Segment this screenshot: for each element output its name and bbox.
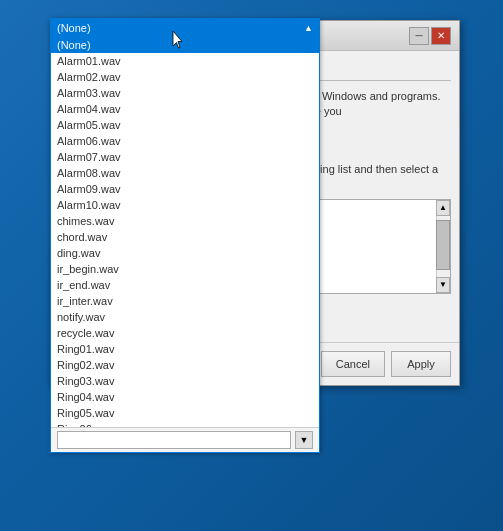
close-button[interactable]: ✕ (431, 27, 451, 45)
dropdown-selected-input[interactable] (57, 431, 291, 449)
dropdown-item[interactable]: notify.wav (51, 309, 319, 325)
dropdown-item[interactable]: Alarm02.wav (51, 69, 319, 85)
dropdown-item[interactable]: ding.wav (51, 245, 319, 261)
dropdown-item[interactable]: Ring03.wav (51, 373, 319, 389)
scroll-down-arrow[interactable]: ▼ (436, 277, 450, 293)
scroll-up-arrow[interactable]: ▲ (436, 200, 450, 216)
dropdown-header-scroll: ▲ (304, 23, 313, 33)
cancel-button[interactable]: Cancel (321, 351, 385, 377)
dropdown-item[interactable]: Alarm05.wav (51, 117, 319, 133)
dropdown-item[interactable]: ir_begin.wav (51, 261, 319, 277)
title-bar-controls: ─ ✕ (409, 27, 451, 45)
dropdown-footer: ▼ (51, 427, 319, 452)
dropdown-item[interactable]: (None) (51, 37, 319, 53)
dropdown-item[interactable]: Ring01.wav (51, 341, 319, 357)
dropdown-item[interactable]: chord.wav (51, 229, 319, 245)
events-scrollbar[interactable]: ▲ ▼ (436, 200, 450, 293)
dropdown-item[interactable]: chimes.wav (51, 213, 319, 229)
apply-button[interactable]: Apply (391, 351, 451, 377)
dropdown-toggle-btn[interactable]: ▼ (295, 431, 313, 449)
dropdown-item[interactable]: Ring05.wav (51, 405, 319, 421)
dropdown-item[interactable]: ir_inter.wav (51, 293, 319, 309)
dropdown-list[interactable]: (None)Alarm01.wavAlarm02.wavAlarm03.wavA… (51, 37, 319, 427)
dropdown-item[interactable]: Alarm01.wav (51, 53, 319, 69)
dropdown-item[interactable]: Ring04.wav (51, 389, 319, 405)
scroll-thumb[interactable] (436, 220, 450, 270)
dropdown-item[interactable]: ir_end.wav (51, 277, 319, 293)
dropdown-item[interactable]: Alarm03.wav (51, 85, 319, 101)
dropdown-item[interactable]: Ring02.wav (51, 357, 319, 373)
dropdown-item[interactable]: Alarm06.wav (51, 133, 319, 149)
dropdown-item[interactable]: Alarm07.wav (51, 149, 319, 165)
minimize-button[interactable]: ─ (409, 27, 429, 45)
dropdown-item[interactable]: recycle.wav (51, 325, 319, 341)
sound-dropdown[interactable]: (None) ▲ (None)Alarm01.wavAlarm02.wavAla… (50, 18, 320, 453)
dropdown-header: (None) ▲ (51, 19, 319, 37)
dropdown-item[interactable]: Alarm08.wav (51, 165, 319, 181)
dropdown-item[interactable]: Alarm04.wav (51, 101, 319, 117)
dropdown-item[interactable]: Alarm10.wav (51, 197, 319, 213)
dropdown-header-label: (None) (57, 22, 91, 34)
dropdown-item[interactable]: Alarm09.wav (51, 181, 319, 197)
